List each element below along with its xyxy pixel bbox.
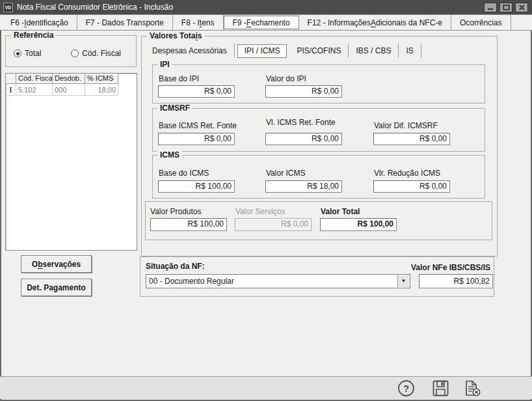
tab-pis-cofins[interactable]: PIS/COFINS [289,44,349,58]
help-button[interactable]: ? [397,380,415,397]
tab-f12-informacoes-adicionais[interactable]: F12 - Informações Adicionais da NFC-e [299,15,451,30]
cell-icms: 18,00 [85,84,118,96]
icmsrf-title: ICMSRF [157,104,193,113]
valor-ipi-field[interactable]: R$ 0,00 [265,85,342,98]
valor-produtos-label: Valor Produtos [150,207,202,216]
grid-header-selector [6,74,16,84]
radio-cod-fiscal[interactable]: Cód. Fiscal [71,49,121,58]
valor-nfe-ibs-cbs-is-field[interactable]: R$ 100,82 [419,274,493,288]
valor-dif-icmsrf-label: Valor Dif. ICMSRF [374,121,438,130]
ipi-groupbox: IPI Base do IPI R$ 0,00 Valor do IPI R$ … [152,64,485,104]
radio-total[interactable]: Total [14,49,41,58]
vlr-reducao-icms-field[interactable]: R$ 0,00 [373,180,450,193]
valor-produtos-field[interactable]: R$ 100,00 [150,218,227,231]
tab-f9-fechamento[interactable]: F9 - Fechamento [224,16,299,29]
svg-text:?: ? [403,383,409,394]
save-button[interactable] [432,380,449,397]
base-ipi-field[interactable]: R$ 0,00 [158,85,235,98]
vlr-reducao-icms-label: Vlr. Redução ICMS [374,169,440,178]
window-title: Nota Fiscal Consumidor Eletrônica - Incl… [17,3,173,12]
save-icon [432,380,449,397]
tab-f6-identificacao[interactable]: F6 - Identificação [2,15,77,30]
base-ipi-label: Base do IPI [159,74,199,83]
minimize-button[interactable] [484,3,497,12]
vl-icms-ret-fonte-label: Vl. ICMS Ret. Fonte [266,118,336,127]
app-icon: VD [3,3,13,12]
close-icon [519,5,525,10]
valores-totais-title: Valores Totais [147,31,205,40]
tab-ocorrencias[interactable]: Ocorrências [451,15,511,30]
chevron-down-icon[interactable]: ▼ [397,275,409,287]
valor-total-field[interactable]: R$ 100,00 [320,218,397,231]
base-icms-ret-fonte-field[interactable]: R$ 0,00 [158,133,235,145]
situacao-panel: Situação da NF: 00 - Documento Regular ▼… [140,256,494,297]
tab-f8-itens[interactable]: F8 - Itens [173,15,224,30]
maximize-button[interactable] [499,3,512,12]
cancel-document-icon [463,380,482,397]
situacao-nf-label: Situação da NF: [146,262,205,271]
grid-header: Cód. Fiscal Desdob. % ICMS [6,74,137,84]
table-row[interactable]: I 5.102 000 18,00 [6,84,137,96]
base-icms-label: Base do ICMS [159,169,209,178]
app-window: VD Nota Fiscal Consumidor Eletrônica - I… [0,0,532,401]
referencia-groupbox: Referência Total Cód. Fiscal [5,35,137,67]
main-tab-bar: F6 - Identificação F7 - Dados Transporte… [0,14,532,31]
base-icms-ret-fonte-label: Base ICMS Ret. Fonte [159,121,237,130]
icms-title: ICMS [157,150,182,159]
radio-total-label: Total [25,49,41,58]
tab-ipi-icms[interactable]: IPI / ICMS [237,44,287,58]
valor-nfe-ibs-cbs-is-label: Valor NFe IBS/CBS/IS [411,263,490,272]
vl-icms-ret-fonte-field[interactable]: R$ 0,00 [265,133,342,145]
observacoes-button[interactable]: Observações [21,255,92,273]
radio-cod-fiscal-icon [71,49,79,57]
icmsrf-groupbox: ICMSRF Base ICMS Ret. Fonte R$ 0,00 Vl. … [152,108,485,152]
totals-summary-panel: Valor Produtos R$ 100,00 Valor Serviços … [145,201,492,240]
valor-ipi-label: Valor do IPI [266,74,306,83]
window-controls [484,3,528,12]
bottom-toolbar [0,376,532,399]
tab-is[interactable]: IS [399,44,421,58]
situacao-nf-select[interactable]: 00 - Documento Regular ▼ [146,274,410,288]
grid-header-icms: % ICMS [85,74,118,84]
cell-cod-fiscal: 5.102 [16,84,53,96]
grid-header-desdob: Desdob. [53,74,85,84]
ipi-title: IPI [157,60,172,69]
title-bar: VD Nota Fiscal Consumidor Eletrônica - I… [0,0,532,14]
radio-total-icon [14,49,21,57]
base-icms-field[interactable]: R$ 100,00 [158,180,235,193]
det-pagamento-button[interactable]: Det. Pagamento [21,279,92,296]
radio-cod-fiscal-label: Cód. Fiscal [82,49,121,58]
maximize-icon [503,5,510,10]
grid-header-cod-fiscal: Cód. Fiscal [16,74,53,84]
tab-despesas-acessorias[interactable]: Despesas Acessórias [145,44,235,58]
row-edit-marker: I [6,84,16,96]
valor-icms-field[interactable]: R$ 18,00 [265,180,342,193]
valor-icms-label: Valor ICMS [266,169,305,178]
valor-dif-icmsrf-field[interactable]: R$ 0,00 [373,133,450,145]
tab-f7-dados-transporte[interactable]: F7 - Dados Transporte [77,15,173,30]
valores-totais-groupbox: Valores Totais Despesas Acessórias IPI /… [141,36,498,256]
cancel-document-button[interactable] [463,380,481,397]
close-button[interactable] [515,3,528,12]
valor-servicos-field: R$ 0,00 [235,218,312,231]
valor-total-label: Valor Total [321,207,360,216]
cod-fiscal-grid[interactable]: Cód. Fiscal Desdob. % ICMS I 5.102 000 1… [5,73,137,251]
totals-tab-bar: Despesas Acessórias IPI / ICMS PIS/COFIN… [145,44,421,58]
minimize-icon [487,5,494,10]
situacao-nf-value: 00 - Documento Regular [149,277,234,286]
referencia-title: Referência [11,31,56,40]
tab-ibs-cbs[interactable]: IBS / CBS [349,44,399,58]
cell-desdob: 000 [53,84,85,96]
icms-groupbox: ICMS Base do ICMS R$ 100,00 Valor ICMS R… [152,155,485,199]
help-icon: ? [397,380,415,397]
valor-servicos-label: Valor Serviços [235,207,285,216]
